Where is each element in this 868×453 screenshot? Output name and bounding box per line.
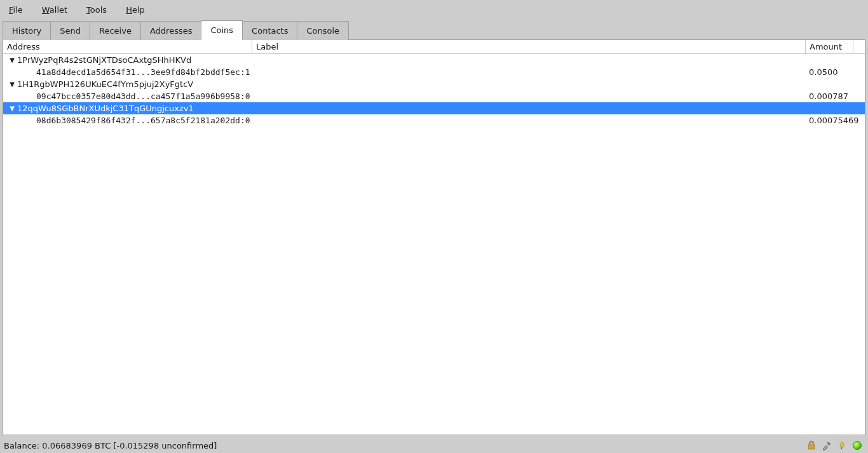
- txid-text: 41a8d4decd1a5d654f31...3ee9fd84bf2bddf5e…: [17, 67, 259, 77]
- txid-text: 08d6b3085429f86f432f...657a8c5f2181a202d…: [17, 116, 259, 125]
- expand-toggle-icon[interactable]: ▼: [8, 81, 16, 88]
- utxo-row[interactable]: 08d6b3085429f86f432f...657a8c5f2181a202d…: [3, 114, 865, 126]
- tab-addresses[interactable]: Addresses: [140, 21, 202, 40]
- menu-wallet[interactable]: Wallet: [38, 3, 71, 17]
- tab-bar: History Send Receive Addresses Coins Con…: [0, 20, 868, 39]
- preferences-icon[interactable]: [821, 440, 832, 451]
- address-text: 1H1RgbWPH126UKuEC4fYm5pjuj2XyFgtcV: [17, 79, 259, 89]
- column-spacer: [853, 45, 865, 49]
- menu-tools[interactable]: Tools: [83, 3, 111, 17]
- column-amount[interactable]: Amount: [806, 40, 853, 53]
- status-bar: Balance: 0.06683969 BTC [-0.015298 uncon…: [0, 438, 868, 453]
- column-address[interactable]: Address: [3, 40, 252, 53]
- balance-text: Balance: 0.06683969 BTC [-0.015298 uncon…: [3, 441, 806, 450]
- utxo-row[interactable]: 41a8d4decd1a5d654f31...3ee9fd84bf2bddf5e…: [3, 66, 865, 78]
- tab-history[interactable]: History: [3, 21, 51, 40]
- column-label[interactable]: Label: [252, 40, 806, 53]
- coins-table: Address Label Amount ▼1PrWyzPqR4s2stGNjX…: [3, 39, 865, 435]
- tab-console[interactable]: Console: [297, 21, 349, 40]
- amount-text: 0.000787: [806, 91, 865, 101]
- address-text: 1PrWyzPqR4s2stGNjXTDsoCAxtgSHhHKVd: [17, 55, 259, 65]
- menubar: File Wallet Tools Help: [0, 0, 868, 20]
- address-row[interactable]: ▼1PrWyzPqR4s2stGNjXTDsoCAxtgSHhHKVd: [3, 54, 865, 66]
- lock-icon[interactable]: [806, 440, 817, 451]
- address-row[interactable]: ▼1H1RgbWPH126UKuEC4fYm5pjuj2XyFgtcV: [3, 78, 865, 90]
- address-text: 12qqWu8SGbBNrXUdkjC31TqGUngjcuxzv1: [17, 104, 259, 113]
- network-status-icon[interactable]: [851, 440, 863, 451]
- txid-text: 09c47bcc0357e80d43dd...ca457f1a5a996b995…: [17, 91, 259, 101]
- amount-text: 0.0500: [806, 67, 865, 77]
- expand-toggle-icon[interactable]: ▼: [8, 105, 16, 112]
- expand-toggle-icon[interactable]: ▼: [8, 57, 16, 64]
- tab-coins[interactable]: Coins: [201, 20, 243, 40]
- table-body: ▼1PrWyzPqR4s2stGNjXTDsoCAxtgSHhHKVd41a8d…: [3, 54, 865, 435]
- tab-receive[interactable]: Receive: [90, 21, 141, 40]
- utxo-row[interactable]: 09c47bcc0357e80d43dd...ca457f1a5a996b995…: [3, 90, 865, 102]
- menu-help[interactable]: Help: [122, 3, 149, 17]
- tab-send[interactable]: Send: [50, 21, 90, 40]
- amount-text: 0.00075469: [806, 116, 865, 125]
- tab-contacts[interactable]: Contacts: [242, 21, 297, 40]
- address-row[interactable]: ▼12qqWu8SGbBNrXUdkjC31TqGUngjcuxzv1: [3, 102, 865, 114]
- table-header: Address Label Amount: [3, 40, 865, 54]
- seed-icon[interactable]: [836, 440, 848, 451]
- menu-file[interactable]: File: [5, 3, 27, 17]
